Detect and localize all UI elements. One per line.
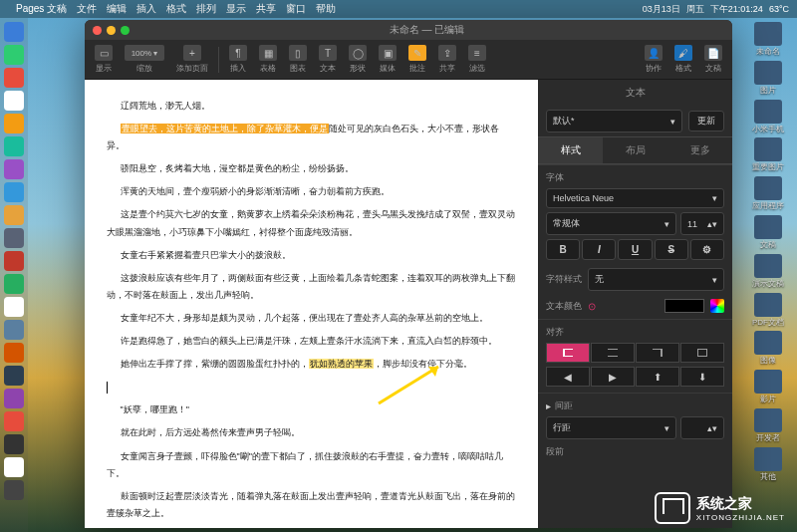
- dock-app-11[interactable]: [4, 274, 24, 294]
- para[interactable]: 就在此时，后方远处蓦然传来壹声男子轻喝。: [107, 424, 516, 441]
- tb-share[interactable]: ⇪共享: [434, 43, 460, 76]
- menu-edit[interactable]: 编辑: [107, 2, 127, 16]
- minimize-button[interactable]: [107, 26, 116, 35]
- tb-text[interactable]: T文本: [315, 43, 341, 76]
- font-style-dropdown[interactable]: 常规体▾: [546, 212, 676, 235]
- dock-app-4[interactable]: [4, 114, 24, 133]
- cursor-position[interactable]: [107, 379, 516, 396]
- desk-icon[interactable]: 图片: [743, 61, 793, 96]
- strike-button[interactable]: S: [655, 239, 688, 260]
- close-button[interactable]: [93, 26, 102, 35]
- para[interactable]: 鼓面顿时泛起壹层淡淡青光，随着弹丸落在鼓面上发出壹声轻响，壹道青光从鼓面飞出，落…: [107, 488, 516, 522]
- color-wheel-icon[interactable]: ⊙: [588, 301, 596, 312]
- text-color-swatch[interactable]: [664, 299, 704, 313]
- indent-increase[interactable]: ▶: [591, 367, 635, 387]
- dock-trash[interactable]: [4, 480, 24, 500]
- menu-view[interactable]: 显示: [226, 2, 246, 16]
- underline-button[interactable]: U: [618, 239, 652, 260]
- para[interactable]: 这是壹个约莫六七岁的女童，鹅黄萝衣上绣着朵朵淡粉梅花，壹头乌黑头发挽结成了双髻，…: [107, 206, 516, 240]
- line-spacing-dropdown[interactable]: 行距▾: [546, 416, 676, 439]
- align-left[interactable]: [546, 343, 590, 363]
- menu-arrange[interactable]: 排列: [196, 2, 216, 16]
- dock-app-5[interactable]: [4, 136, 24, 156]
- app-menu[interactable]: Pages 文稿: [16, 2, 67, 16]
- document-canvas[interactable]: 辽阔荒地，渺无人烟。 壹眼望去，这片苦黄的土地上，除了杂草灌木，便是随处可见的灰…: [85, 80, 538, 528]
- indent-decrease[interactable]: ◀: [546, 367, 590, 387]
- dock-app-10[interactable]: [4, 251, 24, 271]
- para[interactable]: 许是跑得急了，她雪白的额头上已满是汗珠，左颊上壹条汗水流淌下来，直流入白皙的脖颈…: [107, 333, 516, 350]
- desk-icon[interactable]: 影片: [743, 370, 793, 404]
- color-picker-icon[interactable]: [710, 299, 724, 313]
- desk-icon[interactable]: 其他: [743, 447, 793, 482]
- dock-app-12[interactable]: [4, 297, 24, 317]
- italic-button[interactable]: I: [582, 239, 616, 260]
- dock-finder[interactable]: [4, 22, 24, 42]
- valign-top[interactable]: ⬆: [636, 367, 679, 387]
- dock-app-8[interactable]: [4, 205, 24, 225]
- dock-app-7[interactable]: [4, 182, 24, 202]
- tb-addpage[interactable]: +添加页面: [172, 43, 212, 76]
- dock-app-18[interactable]: [4, 434, 24, 454]
- para[interactable]: 辽阔荒地，渺无人烟。: [107, 98, 516, 115]
- highlighted-text[interactable]: 壹眼望去，这片苦黄的土地上，除了杂草灌木，便是: [121, 124, 329, 133]
- menu-share[interactable]: 共享: [256, 2, 276, 16]
- tb-shape[interactable]: ◯形状: [345, 43, 371, 76]
- menu-insert[interactable]: 插入: [136, 2, 156, 16]
- menu-file[interactable]: 文件: [77, 2, 97, 16]
- tb-comment[interactable]: ✎批注: [404, 43, 430, 76]
- font-family-dropdown[interactable]: Helvetica Neue▾: [546, 188, 724, 208]
- tb-doc[interactable]: 📄文稿: [700, 43, 726, 76]
- desk-icon[interactable]: 文稿: [743, 215, 793, 250]
- para[interactable]: 浑黄的天地间，壹个瘦弱娇小的身影渐渐清晰，奋力朝着前方疾跑。: [107, 183, 516, 200]
- desk-icon[interactable]: 应用程序: [743, 176, 793, 211]
- dock-app-2[interactable]: [4, 68, 24, 88]
- desk-icon[interactable]: 未命名: [743, 22, 793, 57]
- align-justify[interactable]: [680, 343, 724, 363]
- dock-app-6[interactable]: [4, 159, 24, 179]
- dock-app-14[interactable]: [4, 343, 24, 363]
- dock-app-13[interactable]: [4, 320, 24, 340]
- valign-bottom[interactable]: ⬇: [680, 367, 724, 387]
- dock-app-1[interactable]: [4, 45, 24, 65]
- tb-insert[interactable]: ¶插入: [225, 43, 251, 76]
- tb-collab[interactable]: 👤协作: [641, 43, 666, 76]
- highlighted-text[interactable]: 犹如熟透的苹果: [309, 359, 374, 369]
- char-style-dropdown[interactable]: 无▾: [588, 268, 724, 291]
- dock-app-15[interactable]: [4, 366, 24, 386]
- para[interactable]: "妖孽，哪里跑！": [107, 401, 516, 418]
- para[interactable]: 这拨浪鼓应该有些年月了，两侧鼓面有些泛黄，上面绘着几条青蛇图案，连着双耳的两枚弹…: [107, 270, 516, 304]
- align-center[interactable]: [591, 343, 635, 363]
- dock-app-16[interactable]: [4, 389, 24, 408]
- desk-icon[interactable]: 演示文稿: [743, 254, 793, 289]
- dock-app-9[interactable]: [4, 228, 24, 248]
- tb-media[interactable]: ▣媒体: [375, 43, 400, 76]
- tb-zoom[interactable]: 100% ▾缩放: [121, 43, 168, 76]
- para[interactable]: 她伸出左手撑了撑，紫绷的圆圆脸蛋红扑扑的，犹如熟透的苹果，脚步却没有停下分毫。: [107, 356, 516, 373]
- tb-view[interactable]: ▭显示: [91, 43, 117, 76]
- settings-icon[interactable]: ⚙: [690, 239, 724, 260]
- desk-icon[interactable]: 图像: [743, 331, 793, 366]
- tb-format[interactable]: 🖌格式: [670, 43, 696, 76]
- line-spacing-stepper[interactable]: ▴▾: [680, 416, 724, 439]
- tb-table[interactable]: ▦表格: [255, 43, 281, 76]
- fullscreen-button[interactable]: [121, 26, 130, 35]
- para[interactable]: 骄阳悬空，炙烤着大地，漫空都是黄色的粉尘，纷纷扬扬。: [107, 160, 516, 177]
- font-size-stepper[interactable]: 11▴▾: [680, 212, 724, 235]
- tb-chart[interactable]: ▯图表: [285, 43, 311, 76]
- tab-style[interactable]: 样式: [538, 137, 603, 163]
- para[interactable]: 壹眼望去，这片苦黄的土地上，除了杂草灌木，便是随处可见的灰白色石头，大小不壹，形…: [107, 121, 516, 154]
- window-titlebar[interactable]: 未命名 — 已编辑: [85, 20, 732, 40]
- tab-layout[interactable]: 布局: [603, 137, 667, 163]
- dock-app-3[interactable]: [4, 91, 24, 111]
- desk-icon[interactable]: 重要图片: [743, 137, 793, 172]
- bold-button[interactable]: B: [546, 239, 580, 260]
- align-right[interactable]: [636, 343, 679, 363]
- menu-format[interactable]: 格式: [166, 2, 186, 16]
- desk-icon[interactable]: 小米手机: [743, 100, 793, 134]
- menu-window[interactable]: 窗口: [286, 2, 306, 16]
- paragraph-style-dropdown[interactable]: 默认*▾: [546, 110, 682, 133]
- para[interactable]: 女童年纪不大，身形却是颇为灵动，几个起落，便出现在了壹处齐人高的杂草丛前的空地上…: [107, 310, 516, 327]
- para[interactable]: 女童右手紧紧握着壹只巴掌大小的拨浪鼓。: [107, 247, 516, 264]
- update-style-button[interactable]: 更新: [688, 111, 724, 132]
- tab-more[interactable]: 更多: [667, 137, 732, 163]
